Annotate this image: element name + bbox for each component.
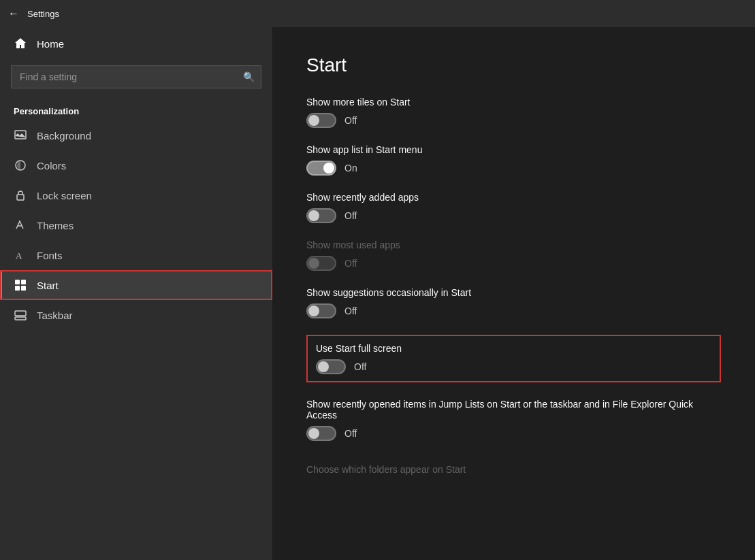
search-container: 🔍 xyxy=(11,65,261,88)
colors-icon xyxy=(14,159,27,172)
setting-show-recently-opened: Show recently opened items in Jump Lists… xyxy=(306,399,721,441)
sidebar-item-label: Lock screen xyxy=(37,190,92,201)
setting-label: Show most used apps xyxy=(306,240,721,250)
taskbar-icon xyxy=(14,308,27,322)
setting-label: Show more tiles on Start xyxy=(306,97,721,108)
search-input[interactable] xyxy=(11,65,261,88)
fonts-icon: A xyxy=(14,248,27,262)
choose-folders-link: Choose which folders appear on Start xyxy=(306,464,466,475)
setting-label: Show app list in Start menu xyxy=(306,144,721,155)
svg-rect-5 xyxy=(15,280,20,284)
toggle-knob xyxy=(308,210,319,221)
app-title: Settings xyxy=(27,9,59,19)
start-icon xyxy=(14,278,27,292)
search-icon: 🔍 xyxy=(243,71,255,82)
lock-icon xyxy=(14,188,27,202)
toggle-knob xyxy=(308,428,319,439)
toggle-knob xyxy=(308,258,319,269)
sidebar-item-label: Background xyxy=(37,130,91,142)
background-icon xyxy=(14,129,27,142)
page-title: Start xyxy=(306,54,721,76)
themes-icon xyxy=(14,218,27,232)
sidebar-item-home[interactable]: Home xyxy=(0,27,272,60)
sidebar-item-label: Fonts xyxy=(37,250,63,261)
toggle-show-most-used xyxy=(306,256,336,271)
toggle-show-recently-opened[interactable] xyxy=(306,426,336,441)
back-button[interactable]: ← xyxy=(8,7,19,20)
sidebar: Home 🔍 Personalization Background Colors… xyxy=(0,27,272,560)
sidebar-item-label: Taskbar xyxy=(37,310,73,321)
sidebar-item-lockscreen[interactable]: Lock screen xyxy=(0,180,272,210)
sidebar-home-label: Home xyxy=(37,38,64,50)
toggle-knob xyxy=(308,306,319,316)
home-icon xyxy=(14,37,27,50)
svg-rect-6 xyxy=(21,280,26,284)
sidebar-item-taskbar[interactable]: Taskbar xyxy=(0,300,272,330)
toggle-knob xyxy=(323,163,334,174)
svg-text:A: A xyxy=(16,250,22,261)
toggle-status: Off xyxy=(344,210,357,221)
setting-label: Use Start full screen xyxy=(316,343,711,354)
sidebar-item-label: Themes xyxy=(37,220,74,231)
setting-show-recently-added: Show recently added apps Off xyxy=(306,192,721,223)
svg-rect-10 xyxy=(15,311,26,316)
toggle-knob xyxy=(308,115,319,126)
setting-show-suggestions: Show suggestions occasionally in Start O… xyxy=(306,287,721,318)
setting-use-start-full-screen: Use Start full screen Off xyxy=(306,335,721,382)
setting-show-app-list: Show app list in Start menu On xyxy=(306,144,721,176)
toggle-status: Off xyxy=(344,115,357,126)
toggle-status: On xyxy=(344,163,357,174)
sidebar-item-label: Start xyxy=(37,280,59,291)
setting-label: Show recently added apps xyxy=(306,192,721,203)
svg-rect-7 xyxy=(15,286,20,291)
toggle-show-recently-added[interactable] xyxy=(306,208,336,223)
sidebar-item-background[interactable]: Background xyxy=(0,120,272,150)
toggle-status: Off xyxy=(344,428,357,439)
sidebar-item-label: Colors xyxy=(37,160,66,171)
toggle-knob xyxy=(318,361,329,372)
svg-rect-2 xyxy=(17,195,24,200)
toggle-use-start-full-screen[interactable] xyxy=(316,359,346,374)
sidebar-item-colors[interactable]: Colors xyxy=(0,150,272,180)
setting-label: Show recently opened items in Jump Lists… xyxy=(306,399,721,421)
toggle-status: Off xyxy=(344,258,357,269)
sidebar-item-themes[interactable]: Themes xyxy=(0,210,272,240)
svg-rect-8 xyxy=(21,286,26,291)
content-area: Start Show more tiles on Start Off Show … xyxy=(272,27,755,560)
sidebar-item-start[interactable]: Start xyxy=(0,270,272,300)
svg-rect-9 xyxy=(15,317,26,320)
sidebar-item-fonts[interactable]: A Fonts xyxy=(0,240,272,270)
toggle-status: Off xyxy=(344,306,357,316)
setting-show-more-tiles: Show more tiles on Start Off xyxy=(306,97,721,128)
sidebar-section-title: Personalization xyxy=(0,99,272,120)
toggle-show-suggestions[interactable] xyxy=(306,303,336,318)
toggle-show-app-list[interactable] xyxy=(306,161,336,176)
setting-show-most-used: Show most used apps Off xyxy=(306,240,721,271)
setting-label: Show suggestions occasionally in Start xyxy=(306,287,721,298)
title-bar: ← Settings xyxy=(0,0,755,27)
toggle-show-more-tiles[interactable] xyxy=(306,113,336,128)
toggle-status: Off xyxy=(354,361,366,372)
main-layout: Home 🔍 Personalization Background Colors… xyxy=(0,27,755,560)
